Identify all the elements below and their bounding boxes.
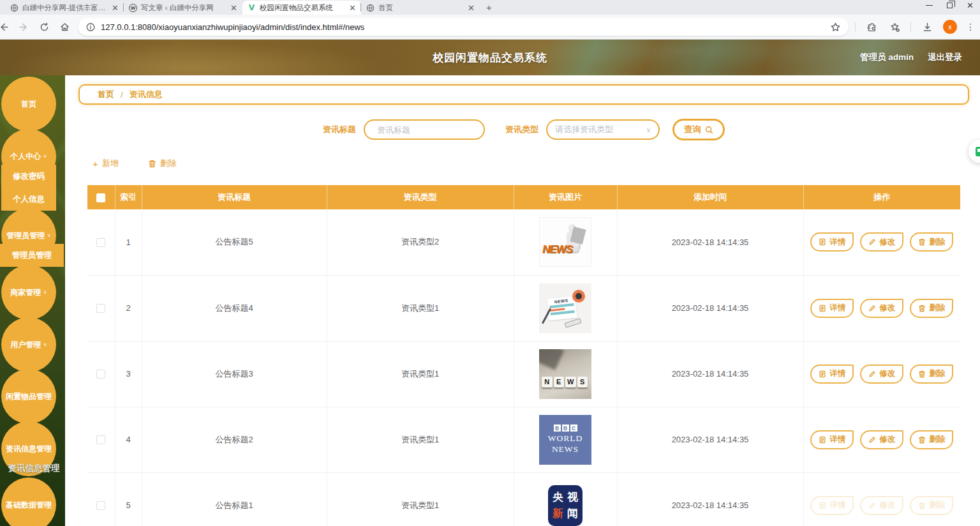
sidebar-item-change-password[interactable]: 修改密码 [1,165,56,188]
detail-button[interactable]: 详情 [810,364,854,384]
maximize-button[interactable] [947,3,953,8]
select-placeholder: 请选择资讯类型 [555,124,642,135]
add-button[interactable]: +新增 [93,158,119,169]
cell-time: 2023-02-18 14:14:35 [617,209,803,275]
site-info-icon[interactable] [85,20,96,34]
pencil-icon [868,370,876,378]
cell-type: 资讯类型1 [327,407,514,472]
detail-button[interactable]: 详情 [810,232,854,252]
row-checkbox[interactable] [96,435,105,444]
row-delete-button[interactable]: 删除 [910,496,953,515]
news-image-dice: N E W S [539,349,591,399]
sidebar-subitem-news-management[interactable]: 资讯信息管理 [0,462,69,475]
table-row: 5 公告标题1 资讯类型1 央 视 新 闻 2023-02-18 14:14:3… [87,472,960,526]
news-title-label: 资讯标题 [323,124,356,135]
forward-button[interactable] [17,20,31,34]
document-icon [819,238,826,246]
cell-type: 资讯类型2 [327,209,514,275]
news-title-input[interactable] [377,125,489,135]
document-icon [819,370,826,378]
tab-strip: 白嫖中分享网-提供丰富的 Java ✕ W 写文章 ‹ 白嫖中分享网 ✕ V 校… [0,0,980,15]
pencil-icon [868,238,876,246]
sidebar-item-idle-goods-management[interactable]: 闲置物品管理 [1,369,56,424]
delete-button[interactable]: 删除 [148,158,177,169]
table-row: 2 公告标题4 资讯类型1 NEWS 2023-02-18 14:14:35 详… [87,275,960,341]
sidebar-subitem-admin-management[interactable]: 管理员管理 [0,244,64,267]
logout-link[interactable]: 退出登录 [928,52,962,63]
browser-toolbar: 127.0.0.1:8080/xiaoyuanxianzhiwupinjiaoy… [0,15,980,40]
edit-button[interactable]: 修改 [860,232,903,252]
edit-button[interactable]: 修改 [860,299,903,318]
sidebar-item-home[interactable]: 首页 [1,77,56,132]
edit-button[interactable]: 修改 [860,430,903,449]
address-bar[interactable]: 127.0.0.1:8080/xiaoyuanxianzhiwupinjiaoy… [78,18,849,36]
sidebar-item-base-data-management[interactable]: 基础数据管理 [1,477,56,526]
tab-campus-system[interactable]: V 校园闲置物品交易系统 ✕ [242,1,361,15]
row-checkbox[interactable] [96,370,105,379]
news-type-label: 资讯类型 [505,124,538,135]
trash-icon [918,502,926,509]
chevron-down-icon: ∨ [43,342,47,347]
pencil-icon [868,436,876,444]
tab-close-icon[interactable]: ✕ [349,4,356,12]
row-checkbox[interactable] [96,501,105,510]
sidebar-item-user-management[interactable]: 用户管理∨ [1,317,56,372]
home-button[interactable] [57,20,71,34]
row-checkbox[interactable] [96,304,105,313]
tab-close-icon[interactable]: ✕ [468,4,475,12]
divider [910,22,911,32]
query-button[interactable]: 查询 [672,119,725,140]
wordpress-icon: W [129,4,137,12]
new-tab-button[interactable]: + [486,2,492,13]
tab-write-post[interactable]: W 写文章 ‹ 白嫖中分享网 ✕ [124,1,242,15]
plus-icon: + [93,158,98,169]
tab-share-site[interactable]: 白嫖中分享网-提供丰富的 Java ✕ [5,1,124,15]
chevron-down-icon: ∨ [47,233,51,238]
browser-menu-icon[interactable]: ⋮ [966,22,975,32]
news-type-select[interactable]: 请选择资讯类型 ∨ [546,119,660,140]
tab-homepage[interactable]: 首页 ✕ [361,1,480,15]
url-text[interactable]: 127.0.0.1:8080/xiaoyuanxianzhiwupinjiaoy… [101,22,823,32]
edit-button[interactable]: 修改 [860,364,903,384]
sidebar-item-personal-info[interactable]: 个人信息 [1,188,56,211]
news-image-bbc: B B C WORLD NEWS [539,415,591,465]
sidebar: 首页 个人中心∨ 修改密码 个人信息 管理员管理∨ 管理员管理 商家管理∨ 用户… [0,75,65,526]
globe-icon [366,4,375,12]
minimize-button[interactable] [926,5,933,6]
detail-button[interactable]: 详情 [810,496,854,515]
breadcrumb-home[interactable]: 首页 [98,89,114,100]
select-all-checkbox[interactable] [96,193,105,202]
extensions-icon[interactable] [865,20,879,34]
search-icon [705,126,713,134]
back-button[interactable] [0,20,10,34]
column-header-title: 资讯标题 [142,185,327,209]
detail-button[interactable]: 详情 [810,430,854,449]
bookmarks-panel-icon[interactable] [887,20,902,34]
sidebar-item-merchant-management[interactable]: 商家管理∨ [1,265,56,320]
trash-icon [918,436,926,444]
row-delete-button[interactable]: 删除 [910,364,953,384]
tab-close-icon[interactable]: ✕ [230,4,237,12]
vue-icon: V [248,4,256,12]
bookmark-star-icon[interactable] [828,20,842,34]
pencil-icon [868,502,876,509]
edit-button[interactable]: 修改 [860,496,903,515]
row-checkbox[interactable] [96,238,105,247]
pencil-icon [868,304,876,312]
reload-button[interactable] [37,20,51,34]
chevron-down-icon: ∨ [43,290,47,295]
tab-close-icon[interactable]: ✕ [112,4,119,12]
column-header-image: 资讯图片 [514,185,617,209]
detail-button[interactable]: 详情 [810,299,854,318]
cell-time: 2023-02-18 14:14:35 [617,407,803,472]
row-delete-button[interactable]: 删除 [910,430,953,449]
profile-avatar[interactable]: x [943,20,957,34]
row-delete-button[interactable]: 删除 [910,232,953,252]
download-icon[interactable] [920,20,934,34]
table-header-row: 索引 资讯标题 资讯类型 资讯图片 添加时间 操作 [87,185,960,209]
row-delete-button[interactable]: 删除 [910,299,953,318]
column-header-type: 资讯类型 [327,185,514,209]
cell-type: 资讯类型1 [327,472,514,526]
cell-title: 公告标题2 [142,407,327,472]
close-window-button[interactable]: ✕ [967,1,974,10]
